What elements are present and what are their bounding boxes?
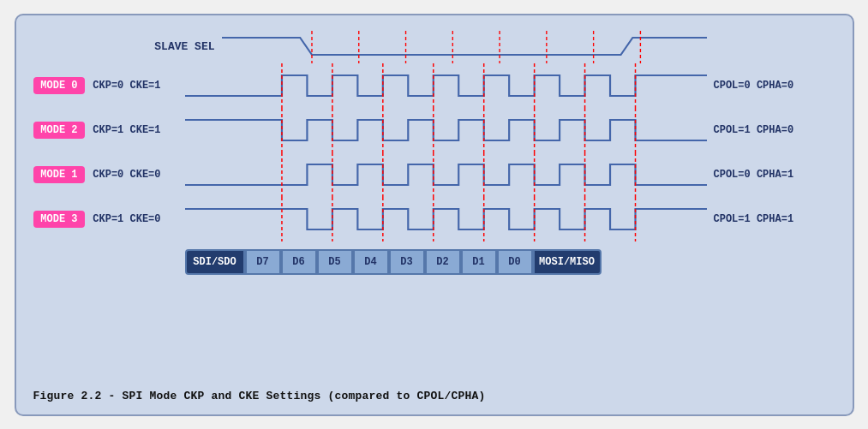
mode-1-params: CKP=0 CKE=0 bbox=[93, 169, 184, 181]
d4-cell: D4 bbox=[353, 249, 389, 275]
slave-label: SLAVE SEL bbox=[33, 40, 222, 53]
mode-0-right: CPOL=0 CPHA=0 bbox=[707, 80, 835, 92]
diagram-area: SLAVE SEL bbox=[33, 31, 835, 381]
mode-3-params: CKP=1 CKE=0 bbox=[93, 213, 184, 225]
mode-1-waveform bbox=[185, 152, 707, 197]
mode-1-row: MODE 1 CKP=0 CKE=0 CPOL=0 CPHA=1 bbox=[33, 152, 835, 197]
mode-1-badge: MODE 1 bbox=[33, 166, 86, 183]
mosi-miso-cell: MOSI/MISO bbox=[533, 249, 602, 275]
mode-3-right: CPOL=1 CPHA=1 bbox=[707, 213, 835, 225]
slave-signal bbox=[222, 31, 707, 63]
mode-0-waveform bbox=[185, 63, 707, 108]
d2-cell: D2 bbox=[425, 249, 461, 275]
d1-cell: D1 bbox=[461, 249, 497, 275]
sdi-sdo-cell: SDI/SDO bbox=[185, 249, 245, 275]
d7-cell: D7 bbox=[245, 249, 281, 275]
d0-cell: D0 bbox=[497, 249, 533, 275]
data-bus: SDI/SDO D7 D6 D5 D4 D3 D2 D1 D0 MOSI/MIS… bbox=[185, 247, 707, 277]
mode-3-badge: MODE 3 bbox=[33, 211, 86, 228]
mode-2-badge: MODE 2 bbox=[33, 122, 86, 139]
mode-3-waveform bbox=[185, 197, 707, 241]
mode-2-params: CKP=1 CKE=1 bbox=[93, 124, 184, 136]
mode-0-badge: MODE 0 bbox=[33, 77, 86, 94]
d6-cell: D6 bbox=[281, 249, 317, 275]
mode-2-waveform bbox=[185, 108, 707, 152]
mode-0-row: MODE 0 CKP=0 CKE=1 bbox=[33, 63, 835, 108]
data-bus-row: SDI/SDO D7 D6 D5 D4 D3 D2 D1 D0 MOSI/MIS… bbox=[33, 247, 835, 277]
figure-caption: Figure 2.2 - SPI Mode CKP and CKE Settin… bbox=[33, 381, 835, 402]
diagram-container: SLAVE SEL bbox=[15, 14, 854, 416]
mode-2-row: MODE 2 CKP=1 CKE=1 CPOL=1 CPHA=0 bbox=[33, 108, 835, 152]
mode-1-right: CPOL=0 CPHA=1 bbox=[707, 169, 835, 181]
d5-cell: D5 bbox=[317, 249, 353, 275]
slave-row: SLAVE SEL bbox=[33, 31, 835, 63]
mode-2-right: CPOL=1 CPHA=0 bbox=[707, 124, 835, 136]
mode-0-params: CKP=0 CKE=1 bbox=[93, 80, 184, 92]
d3-cell: D3 bbox=[389, 249, 425, 275]
mode-3-row: MODE 3 CKP=1 CKE=0 CPOL=1 CPHA=1 bbox=[33, 197, 835, 241]
